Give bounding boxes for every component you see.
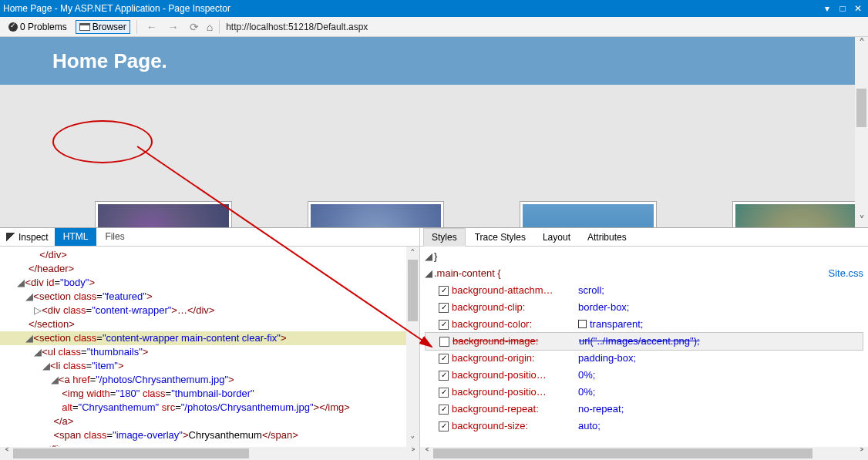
annotation-arrow xyxy=(0,0,868,460)
svg-line-0 xyxy=(137,146,432,347)
